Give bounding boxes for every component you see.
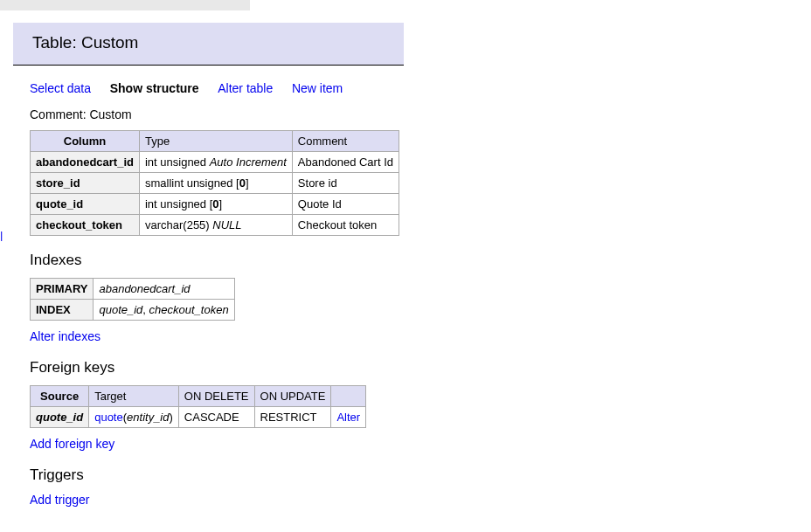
- column-name: store_id: [31, 173, 140, 194]
- indexes-table: PRIMARY abandonedcart_id INDEX quote_id,…: [30, 278, 235, 321]
- fk-source: quote_id: [31, 407, 89, 428]
- table-comment: Comment: Custom: [30, 107, 811, 121]
- index-columns: quote_id, checkout_token: [94, 300, 234, 321]
- col-header-column: Column: [31, 131, 140, 152]
- fk-alter-link[interactable]: Alter: [336, 411, 360, 424]
- index-kind: INDEX: [31, 300, 94, 321]
- title-table-name: Custom: [81, 33, 138, 52]
- fk-target: quote(entity_id): [89, 407, 179, 428]
- col-header-comment: Comment: [292, 131, 399, 152]
- tab-new-item[interactable]: New item: [292, 81, 343, 95]
- table-row: store_id smallint unsigned [0] Store id: [31, 173, 399, 194]
- foreign-keys-heading: Foreign keys: [30, 359, 811, 377]
- add-foreign-key-link[interactable]: Add foreign key: [30, 437, 811, 451]
- fk-header-source: Source: [31, 386, 89, 407]
- alter-indexes-link[interactable]: Alter indexes: [30, 329, 811, 343]
- triggers-heading: Triggers: [30, 466, 811, 484]
- tab-alter-table[interactable]: Alter table: [218, 81, 273, 95]
- indexes-heading: Indexes: [30, 252, 811, 269]
- table-row: checkout_token varchar(255) NULL Checkou…: [31, 215, 399, 236]
- title-prefix: Table:: [32, 33, 81, 52]
- table-row: PRIMARY abandonedcart_id: [31, 279, 235, 300]
- column-comment: Quote Id: [292, 194, 399, 215]
- tab-bar: Select data Show structure Alter table N…: [30, 73, 811, 100]
- table-row: quote_id int unsigned [0] Quote Id: [31, 194, 399, 215]
- table-row: abandonedcart_id int unsigned Auto Incre…: [31, 152, 399, 173]
- column-type: int unsigned [0]: [139, 194, 292, 215]
- left-cut-glyph: |‹: [0, 229, 3, 241]
- tab-show-structure[interactable]: Show structure: [110, 81, 199, 95]
- column-type: varchar(255) NULL: [139, 215, 292, 236]
- columns-table: Column Type Comment abandonedcart_id int…: [30, 130, 399, 236]
- table-row: quote_id quote(entity_id) CASCADE RESTRI…: [31, 407, 366, 428]
- fk-header-on-delete: ON DELETE: [178, 386, 254, 407]
- col-header-type: Type: [139, 131, 292, 152]
- top-greyed-area: [0, 0, 250, 10]
- index-kind: PRIMARY: [31, 279, 94, 300]
- fk-on-delete: CASCADE: [178, 407, 254, 428]
- column-comment: Store id: [292, 173, 399, 194]
- fk-on-update: RESTRICT: [254, 407, 331, 428]
- column-name: checkout_token: [31, 215, 140, 236]
- page-title: Table: Custom: [13, 23, 404, 66]
- column-name: quote_id: [31, 194, 140, 215]
- index-columns: abandonedcart_id: [94, 279, 234, 300]
- column-type: int unsigned Auto Increment: [139, 152, 292, 173]
- column-type: smallint unsigned [0]: [139, 173, 292, 194]
- column-name: abandonedcart_id: [31, 152, 140, 173]
- column-comment: Abandoned Cart Id: [292, 152, 399, 173]
- foreign-keys-table: Source Target ON DELETE ON UPDATE quote_…: [30, 385, 366, 428]
- comment-value: Custom: [89, 107, 131, 121]
- fk-header-on-update: ON UPDATE: [254, 386, 331, 407]
- fk-header-actions: [331, 386, 366, 407]
- column-comment: Checkout token: [292, 215, 399, 236]
- comment-label: Comment:: [30, 107, 89, 121]
- fk-target-link[interactable]: quote: [94, 411, 123, 424]
- table-row: INDEX quote_id, checkout_token: [31, 300, 235, 321]
- tab-select-data[interactable]: Select data: [30, 81, 91, 95]
- fk-header-target: Target: [89, 386, 179, 407]
- add-trigger-link[interactable]: Add trigger: [30, 493, 89, 507]
